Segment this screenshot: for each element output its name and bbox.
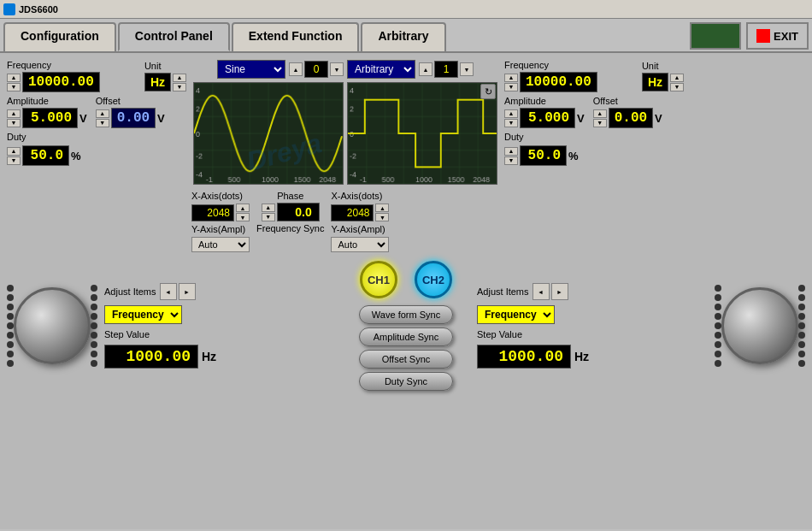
ch2-freq-spinbox[interactable]: ▲ ▼ bbox=[504, 74, 518, 91]
ch1-offset-down[interactable]: ▼ bbox=[96, 119, 109, 127]
ch1-offset-spinbox[interactable]: ▲ ▼ bbox=[96, 109, 109, 127]
ch1-offset-display: 0.00 bbox=[111, 108, 156, 128]
middle-section: Sine ▲ 0 ▼ Arbitrary ▲ 1 ▼ bbox=[191, 60, 499, 252]
ch1-duty-up[interactable]: ▲ bbox=[7, 147, 21, 156]
ch1-unit-down[interactable]: ▼ bbox=[173, 83, 186, 91]
ch1-xaxis-val: 2048 bbox=[191, 204, 234, 221]
ch1-wave-down[interactable]: ▼ bbox=[330, 62, 344, 76]
phase-down[interactable]: ▼ bbox=[262, 213, 275, 221]
ch1-wave-up[interactable]: ▲ bbox=[289, 62, 303, 76]
ch1-freq-up[interactable]: ▲ bbox=[7, 74, 21, 82]
waveform-sync-btn[interactable]: Wave form Sync bbox=[359, 305, 453, 324]
tab-extend-function[interactable]: Extend Function bbox=[232, 22, 360, 51]
offset-sync-btn[interactable]: Offset Sync bbox=[359, 350, 453, 369]
ch1-xaxis-spinbox[interactable]: ▲ ▼ bbox=[236, 204, 250, 221]
ch2-amp-down[interactable]: ▼ bbox=[504, 119, 518, 127]
ch1-freq-spinbox[interactable]: ▲ ▼ bbox=[7, 74, 21, 91]
ch1-amp-down[interactable]: ▼ bbox=[7, 119, 21, 127]
ch1-adjust-combo[interactable]: Frequency bbox=[104, 305, 182, 324]
ch2-adjust-spinbox[interactable]: ◄ ► bbox=[533, 283, 568, 300]
refresh-icon[interactable]: ↻ bbox=[480, 84, 496, 99]
ch1-step-display: 1000.00 bbox=[104, 345, 198, 369]
ch2-wave-num: 1 bbox=[434, 61, 458, 78]
ch2-freq-display: 10000.00 bbox=[520, 72, 597, 92]
ch1-knob[interactable] bbox=[14, 287, 91, 364]
ch1-step-unit: Hz bbox=[202, 350, 216, 363]
ch1-duty-display: 50.0 bbox=[22, 145, 69, 166]
ch2-wave-up[interactable]: ▲ bbox=[419, 62, 432, 76]
ch2-xaxis-spinbox[interactable]: ▲ ▼ bbox=[375, 204, 389, 221]
ch2-offset-down[interactable]: ▼ bbox=[593, 119, 607, 127]
ch2-wave-select[interactable]: Arbitrary bbox=[347, 60, 415, 79]
ch2-adjust-down2[interactable]: ◄ bbox=[533, 283, 550, 300]
ch2-panel: Frequency ▲ ▼ 10000.00 Unit Hz ▲ bbox=[504, 60, 684, 166]
ch1-waveform-wrapper bbox=[193, 82, 344, 187]
freq-sync-label: Frequency Sync bbox=[256, 223, 324, 233]
ch2-freq-label: Frequency bbox=[504, 60, 638, 70]
ch1-duty-label: Duty bbox=[7, 132, 26, 142]
ch1-adjust-spinbox[interactable]: ◄ ► bbox=[160, 283, 196, 300]
amplitude-sync-btn[interactable]: Amplitude Sync bbox=[359, 327, 453, 346]
ch2-yaxis-select[interactable]: Auto bbox=[331, 237, 389, 252]
ch1-amp-spinbox[interactable]: ▲ ▼ bbox=[7, 109, 21, 127]
ch1-knob-dots-left bbox=[7, 285, 14, 367]
ch1-unit-up[interactable]: ▲ bbox=[173, 74, 186, 82]
ch2-knob[interactable] bbox=[721, 287, 798, 364]
ch2-badge[interactable]: CH2 bbox=[415, 261, 452, 298]
ch2-freq-up[interactable]: ▲ bbox=[504, 74, 518, 82]
ch1-freq-display: 10000.00 bbox=[22, 72, 100, 92]
ch2-duty-up[interactable]: ▲ bbox=[504, 147, 518, 156]
ch2-duty-spinbox[interactable]: ▲ ▼ bbox=[504, 147, 518, 165]
ch2-freq-down[interactable]: ▼ bbox=[504, 83, 518, 91]
ch1-yaxis-select[interactable]: Auto bbox=[191, 237, 250, 252]
exit-label: EXIT bbox=[774, 30, 798, 43]
tab-arbitrary[interactable]: Arbitrary bbox=[361, 22, 445, 51]
phase-up[interactable]: ▲ bbox=[262, 204, 275, 212]
ch1-unit-display: Hz bbox=[144, 73, 171, 91]
ch2-offset-spinbox[interactable]: ▲ ▼ bbox=[593, 109, 607, 127]
ch1-offset-up[interactable]: ▲ bbox=[96, 109, 109, 118]
duty-sync-btn[interactable]: Duty Sync bbox=[359, 372, 453, 391]
ch1-unit-spinbox[interactable]: ▲ ▼ bbox=[173, 74, 186, 91]
ch2-xaxis-down[interactable]: ▼ bbox=[375, 213, 389, 221]
ch2-duty-unit: % bbox=[568, 150, 579, 162]
ch1-controls: Adjust Items ◄ ► Frequency Step Value 10… bbox=[104, 283, 335, 369]
phase-spinbox[interactable]: ▲ ▼ bbox=[262, 204, 275, 221]
ch2-duty-display: 50.0 bbox=[520, 145, 567, 166]
ch1-duty-spinbox[interactable]: ▲ ▼ bbox=[7, 147, 21, 165]
ch2-unit-display: Hz bbox=[642, 73, 668, 91]
ch1-duty-down[interactable]: ▼ bbox=[7, 156, 21, 165]
ch2-unit-label: Unit bbox=[642, 61, 684, 71]
ch2-unit-spinbox[interactable]: ▲ ▼ bbox=[670, 74, 684, 91]
ch2-offset-display: 0.00 bbox=[609, 108, 653, 128]
phase-display: 0.0 bbox=[277, 203, 320, 221]
green-indicator bbox=[690, 22, 741, 50]
ch2-adjust-label: Adjust Items bbox=[477, 286, 529, 297]
ch2-unit-down[interactable]: ▼ bbox=[670, 83, 684, 91]
exit-button[interactable]: EXIT bbox=[746, 22, 809, 50]
ch2-adjust-combo[interactable]: Frequency bbox=[477, 305, 555, 324]
ch2-unit-up[interactable]: ▲ bbox=[670, 74, 684, 82]
tab-control-panel[interactable]: Control Panel bbox=[118, 22, 230, 51]
ch1-amp-label: Amplitude bbox=[7, 96, 87, 106]
ch2-wave-down[interactable]: ▼ bbox=[460, 62, 474, 76]
ch2-amp-spinbox[interactable]: ▲ ▼ bbox=[504, 109, 518, 127]
ch1-xaxis-up[interactable]: ▲ bbox=[236, 204, 250, 212]
ch2-knob-area bbox=[715, 285, 805, 367]
ch1-freq-down[interactable]: ▼ bbox=[7, 83, 21, 91]
ch2-knob-dots-left bbox=[715, 285, 721, 367]
tab-configuration[interactable]: Configuration bbox=[3, 22, 116, 51]
ch1-xaxis-down[interactable]: ▼ bbox=[236, 213, 250, 221]
ch1-badge[interactable]: CH1 bbox=[360, 261, 397, 298]
ch1-wave-num: 0 bbox=[304, 61, 328, 78]
ch2-amp-up[interactable]: ▲ bbox=[504, 109, 518, 118]
ch1-amp-up[interactable]: ▲ bbox=[7, 109, 21, 118]
ch1-adjust-up2[interactable]: ► bbox=[179, 283, 196, 300]
ch1-adjust-down2[interactable]: ◄ bbox=[160, 283, 177, 300]
ch1-wave-select[interactable]: Sine bbox=[217, 60, 285, 79]
ch1-panel: Frequency ▲ ▼ 10000.00 Unit Hz ▲ bbox=[7, 60, 186, 166]
ch2-offset-up[interactable]: ▲ bbox=[593, 109, 607, 118]
ch2-xaxis-up[interactable]: ▲ bbox=[375, 204, 389, 212]
ch2-adjust-up2[interactable]: ► bbox=[551, 283, 568, 300]
ch2-duty-down[interactable]: ▼ bbox=[504, 156, 518, 165]
